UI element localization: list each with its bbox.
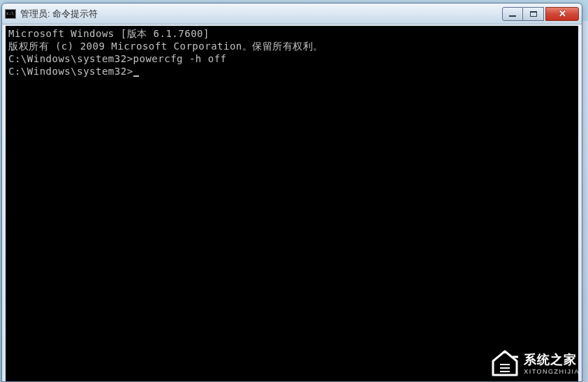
window-controls: ✕ (502, 7, 579, 21)
close-icon: ✕ (559, 8, 566, 19)
watermark-sub: XITONGZHIJIA (524, 368, 580, 375)
terminal-line: 版权所有 (c) 2009 Microsoft Corporation。保留所有… (8, 40, 575, 52)
titlebar[interactable]: 管理员: 命令提示符 ✕ (2, 3, 582, 24)
watermark: 系统之家 XITONGZHIJIA (490, 350, 580, 376)
maximize-icon (530, 11, 537, 17)
terminal-line: C:\Windows\system32> (8, 65, 575, 78)
svg-rect-0 (500, 364, 510, 365)
watermark-text: 系统之家 XITONGZHIJIA (524, 351, 580, 375)
cursor (133, 75, 139, 77)
watermark-house-icon (490, 350, 520, 376)
prompt-path: C:\Windows\system32> (8, 66, 133, 77)
terminal-area[interactable]: Microsoft Windows [版本 6.1.7600] 版权所有 (c)… (6, 26, 578, 381)
prompt-path: C:\Windows\system32> (8, 53, 133, 64)
minimize-icon (509, 15, 516, 17)
svg-rect-2 (500, 371, 510, 372)
maximize-button[interactable] (523, 7, 544, 21)
minimize-button[interactable] (502, 7, 523, 21)
watermark-main: 系统之家 (524, 351, 580, 368)
cmd-window: 管理员: 命令提示符 ✕ Microsoft Windows [版本 6.1.7… (1, 3, 582, 382)
prompt-command: powercfg -h off (133, 53, 227, 64)
desktop-edge (582, 21, 588, 382)
close-button[interactable]: ✕ (545, 7, 579, 21)
terminal-line: Microsoft Windows [版本 6.1.7600] (8, 27, 575, 40)
svg-rect-1 (500, 367, 510, 369)
terminal-line: C:\Windows\system32>powercfg -h off (8, 52, 575, 65)
window-title: 管理员: 命令提示符 (20, 8, 502, 20)
cmd-icon (5, 9, 16, 19)
